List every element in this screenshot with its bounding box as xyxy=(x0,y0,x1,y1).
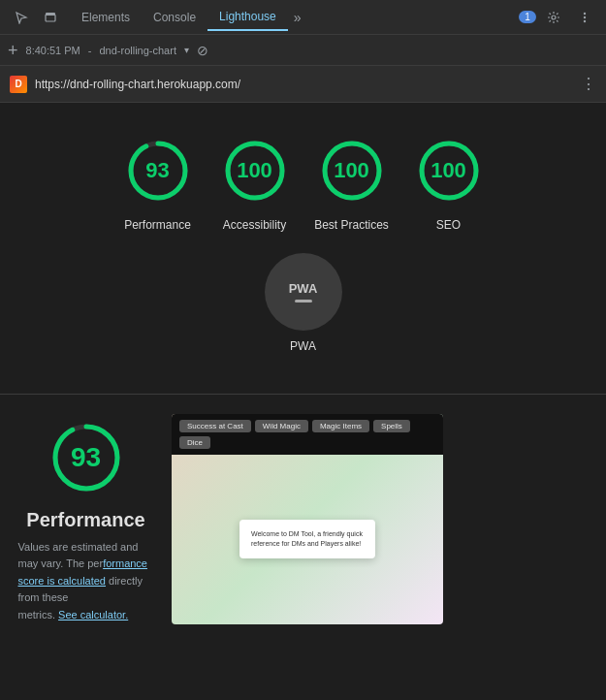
nav-btn-magic-items: Magic Items xyxy=(312,420,369,432)
timestamp: 8:40:51 PM xyxy=(26,45,80,56)
perf-detail-score: 93 xyxy=(71,442,101,473)
page-name: dnd-rolling-chart xyxy=(99,45,175,56)
cursor-icon[interactable] xyxy=(8,4,35,31)
svg-rect-1 xyxy=(46,13,55,16)
score-item-performance: 93 Performance xyxy=(119,132,197,234)
screenshot-content: Welcome to DM Tool, a friendly quick ref… xyxy=(172,455,443,624)
tab-console[interactable]: Console xyxy=(142,5,207,30)
nav-btn-success-at-cast: Success at Cast xyxy=(179,420,251,432)
best-practices-label: Best Practices xyxy=(314,217,389,234)
svg-rect-0 xyxy=(46,15,55,21)
favicon: D xyxy=(10,76,27,93)
screenshot-nav-bar: Success at Cast Wild Magic Magic Items S… xyxy=(172,414,443,455)
svg-point-3 xyxy=(584,12,586,14)
accessibility-circle: 100 xyxy=(216,132,294,209)
lighthouse-scores-section: 93 Performance 100 Accessibility xyxy=(0,103,606,394)
url-bar: + 8:40:51 PM - dnd-rolling-chart ▾ ⊘ xyxy=(0,35,606,66)
screenshot-card-text: Welcome to DM Tool, a friendly quick ref… xyxy=(251,529,364,549)
perf-detail-section: 93 Performance Values are estimated and … xyxy=(0,395,606,640)
more-tabs-button[interactable]: » xyxy=(288,6,307,29)
pwa-label: PWA xyxy=(290,338,316,355)
perf-detail-circle: 93 xyxy=(43,414,130,501)
accessibility-score: 100 xyxy=(237,158,272,183)
svg-point-2 xyxy=(552,16,556,19)
pwa-dash xyxy=(295,300,312,302)
see-calc-link[interactable]: See calculator. xyxy=(58,609,128,620)
screenshot-card: Welcome to DM Tool, a friendly quick ref… xyxy=(239,520,375,558)
best-practices-score: 100 xyxy=(334,158,369,183)
perf-detail-title: Performance xyxy=(26,509,144,531)
pwa-circle-label: PWA xyxy=(289,281,318,296)
dropdown-arrow-icon[interactable]: ▾ xyxy=(184,45,189,55)
dock-icon[interactable] xyxy=(37,4,64,31)
menu-icon[interactable] xyxy=(571,4,598,31)
pwa-circle: PWA xyxy=(265,253,342,331)
notification-badge: 1 xyxy=(519,11,536,23)
performance-score: 93 xyxy=(145,158,169,183)
seo-score: 100 xyxy=(431,158,466,183)
performance-circle: 93 xyxy=(119,132,197,209)
site-url-bar: D https://dnd-rolling-chart.herokuapp.co… xyxy=(0,66,606,103)
screenshot-thumbnail: Success at Cast Wild Magic Magic Items S… xyxy=(172,414,443,624)
pwa-section: PWA PWA xyxy=(10,253,596,355)
score-item-accessibility: 100 Accessibility xyxy=(216,132,294,234)
site-menu-button[interactable]: ⋮ xyxy=(581,75,596,93)
perf-detail-description: Values are estimated and may vary. The p… xyxy=(18,539,154,624)
devtools-right-icons: 1 xyxy=(519,4,598,31)
devtools-tabs: Elements Console Lighthouse » xyxy=(70,4,307,31)
svg-point-5 xyxy=(584,19,586,21)
performance-label: Performance xyxy=(124,217,191,234)
devtools-topbar: Elements Console Lighthouse » 1 xyxy=(0,0,606,35)
nav-btn-dice: Dice xyxy=(179,436,210,449)
nav-btn-wild-magic: Wild Magic xyxy=(255,420,308,432)
perf-detail-left: 93 Performance Values are estimated and … xyxy=(16,414,156,624)
accessibility-label: Accessibility xyxy=(223,217,286,234)
settings-icon[interactable] xyxy=(540,4,567,31)
tab-lighthouse[interactable]: Lighthouse xyxy=(207,4,288,31)
seo-label: SEO xyxy=(436,217,461,234)
score-item-seo: 100 SEO xyxy=(410,132,488,234)
nav-btn-spells: Spells xyxy=(373,420,410,432)
block-icon[interactable]: ⊘ xyxy=(197,43,208,58)
seo-circle: 100 xyxy=(410,132,488,209)
score-item-best-practices: 100 Best Practices xyxy=(313,132,391,234)
scores-row: 93 Performance 100 Accessibility xyxy=(10,122,596,253)
site-url-text: https://dnd-rolling-chart.herokuapp.com/ xyxy=(35,78,573,91)
svg-point-4 xyxy=(584,16,586,17)
best-practices-circle: 100 xyxy=(313,132,391,209)
tab-elements[interactable]: Elements xyxy=(70,5,142,30)
new-tab-button[interactable]: + xyxy=(8,42,18,59)
